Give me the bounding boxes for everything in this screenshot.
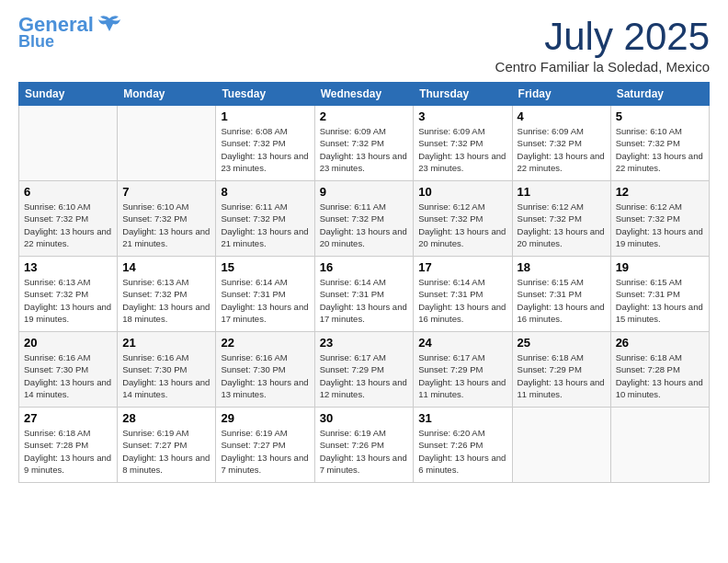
day-detail: Sunrise: 6:18 AM Sunset: 7:29 PM Dayligh… <box>518 351 606 400</box>
page-header: General Blue July 2025 Centro Familiar l… <box>18 15 710 75</box>
calendar-cell: 17Sunrise: 6:14 AM Sunset: 7:31 PM Dayli… <box>414 257 512 332</box>
day-detail: Sunrise: 6:16 AM Sunset: 7:30 PM Dayligh… <box>221 351 309 400</box>
day-number: 18 <box>518 260 606 274</box>
day-number: 10 <box>418 185 506 199</box>
day-detail: Sunrise: 6:14 AM Sunset: 7:31 PM Dayligh… <box>320 276 409 325</box>
day-detail: Sunrise: 6:11 AM Sunset: 7:32 PM Dayligh… <box>320 201 409 249</box>
calendar-cell: 9Sunrise: 6:11 AM Sunset: 7:32 PM Daylig… <box>314 181 414 257</box>
calendar-cell: 25Sunrise: 6:18 AM Sunset: 7:29 PM Dayli… <box>512 332 610 408</box>
day-number: 8 <box>221 185 309 199</box>
calendar-cell: 12Sunrise: 6:12 AM Sunset: 7:32 PM Dayli… <box>610 181 709 257</box>
calendar-cell: 2Sunrise: 6:09 AM Sunset: 7:32 PM Daylig… <box>314 106 414 181</box>
weekday-header-wednesday: Wednesday <box>314 83 414 106</box>
calendar-cell <box>512 408 610 483</box>
day-detail: Sunrise: 6:10 AM Sunset: 7:32 PM Dayligh… <box>122 201 210 249</box>
calendar-week-row: 1Sunrise: 6:08 AM Sunset: 7:32 PM Daylig… <box>19 106 710 181</box>
calendar-table: SundayMondayTuesdayWednesdayThursdayFrid… <box>18 82 710 483</box>
day-detail: Sunrise: 6:12 AM Sunset: 7:32 PM Dayligh… <box>418 201 506 249</box>
day-number: 22 <box>221 336 309 350</box>
calendar-cell: 7Sunrise: 6:10 AM Sunset: 7:32 PM Daylig… <box>118 181 216 257</box>
weekday-header-thursday: Thursday <box>414 83 512 106</box>
calendar-cell: 24Sunrise: 6:17 AM Sunset: 7:29 PM Dayli… <box>414 332 512 408</box>
calendar-cell: 30Sunrise: 6:19 AM Sunset: 7:26 PM Dayli… <box>314 408 414 483</box>
weekday-header-monday: Monday <box>118 83 216 106</box>
day-number: 2 <box>320 109 409 123</box>
calendar-week-row: 13Sunrise: 6:13 AM Sunset: 7:32 PM Dayli… <box>19 257 710 332</box>
calendar-cell: 8Sunrise: 6:11 AM Sunset: 7:32 PM Daylig… <box>216 181 314 257</box>
logo: General Blue <box>18 15 122 50</box>
day-detail: Sunrise: 6:13 AM Sunset: 7:32 PM Dayligh… <box>122 276 210 325</box>
calendar-cell: 6Sunrise: 6:10 AM Sunset: 7:32 PM Daylig… <box>19 181 118 257</box>
calendar-cell: 13Sunrise: 6:13 AM Sunset: 7:32 PM Dayli… <box>19 257 118 332</box>
day-detail: Sunrise: 6:14 AM Sunset: 7:31 PM Dayligh… <box>418 276 506 325</box>
day-number: 28 <box>122 411 210 425</box>
day-number: 15 <box>221 260 309 274</box>
day-detail: Sunrise: 6:19 AM Sunset: 7:27 PM Dayligh… <box>122 427 210 476</box>
calendar-cell: 16Sunrise: 6:14 AM Sunset: 7:31 PM Dayli… <box>314 257 414 332</box>
day-number: 1 <box>221 109 309 123</box>
day-number: 17 <box>418 260 506 274</box>
day-detail: Sunrise: 6:19 AM Sunset: 7:27 PM Dayligh… <box>221 427 309 476</box>
day-detail: Sunrise: 6:18 AM Sunset: 7:28 PM Dayligh… <box>616 351 704 400</box>
day-number: 3 <box>418 109 506 123</box>
day-detail: Sunrise: 6:20 AM Sunset: 7:26 PM Dayligh… <box>418 427 506 476</box>
calendar-cell: 27Sunrise: 6:18 AM Sunset: 7:28 PM Dayli… <box>19 408 118 483</box>
day-number: 25 <box>518 336 606 350</box>
day-detail: Sunrise: 6:17 AM Sunset: 7:29 PM Dayligh… <box>418 351 506 400</box>
day-detail: Sunrise: 6:15 AM Sunset: 7:31 PM Dayligh… <box>518 276 606 325</box>
calendar-cell: 1Sunrise: 6:08 AM Sunset: 7:32 PM Daylig… <box>216 106 314 181</box>
day-detail: Sunrise: 6:14 AM Sunset: 7:31 PM Dayligh… <box>221 276 309 325</box>
day-detail: Sunrise: 6:08 AM Sunset: 7:32 PM Dayligh… <box>221 125 309 174</box>
weekday-header-friday: Friday <box>512 83 610 106</box>
day-number: 29 <box>221 411 309 425</box>
calendar-cell: 26Sunrise: 6:18 AM Sunset: 7:28 PM Dayli… <box>610 332 709 408</box>
day-number: 6 <box>24 185 112 199</box>
calendar-cell: 28Sunrise: 6:19 AM Sunset: 7:27 PM Dayli… <box>118 408 216 483</box>
day-number: 21 <box>122 336 210 350</box>
title-area: July 2025 Centro Familiar la Soledad, Me… <box>495 15 710 75</box>
day-number: 27 <box>24 411 112 425</box>
day-detail: Sunrise: 6:09 AM Sunset: 7:32 PM Dayligh… <box>518 125 606 174</box>
day-detail: Sunrise: 6:09 AM Sunset: 7:32 PM Dayligh… <box>418 125 506 174</box>
calendar-cell: 3Sunrise: 6:09 AM Sunset: 7:32 PM Daylig… <box>414 106 512 181</box>
calendar-cell: 21Sunrise: 6:16 AM Sunset: 7:30 PM Dayli… <box>118 332 216 408</box>
day-detail: Sunrise: 6:10 AM Sunset: 7:32 PM Dayligh… <box>616 125 704 174</box>
day-detail: Sunrise: 6:16 AM Sunset: 7:30 PM Dayligh… <box>24 351 112 400</box>
day-detail: Sunrise: 6:13 AM Sunset: 7:32 PM Dayligh… <box>24 276 112 325</box>
calendar-week-row: 20Sunrise: 6:16 AM Sunset: 7:30 PM Dayli… <box>19 332 710 408</box>
calendar-cell: 19Sunrise: 6:15 AM Sunset: 7:31 PM Dayli… <box>610 257 709 332</box>
day-number: 24 <box>418 336 506 350</box>
calendar-cell: 18Sunrise: 6:15 AM Sunset: 7:31 PM Dayli… <box>512 257 610 332</box>
day-number: 14 <box>122 260 210 274</box>
day-detail: Sunrise: 6:16 AM Sunset: 7:30 PM Dayligh… <box>122 351 210 400</box>
weekday-header-saturday: Saturday <box>610 83 709 106</box>
calendar-cell: 10Sunrise: 6:12 AM Sunset: 7:32 PM Dayli… <box>414 181 512 257</box>
day-detail: Sunrise: 6:09 AM Sunset: 7:32 PM Dayligh… <box>320 125 409 174</box>
weekday-header-sunday: Sunday <box>19 83 118 106</box>
day-number: 23 <box>320 336 409 350</box>
day-detail: Sunrise: 6:15 AM Sunset: 7:31 PM Dayligh… <box>616 276 704 325</box>
weekday-header-tuesday: Tuesday <box>216 83 314 106</box>
calendar-cell: 22Sunrise: 6:16 AM Sunset: 7:30 PM Dayli… <box>216 332 314 408</box>
month-title: July 2025 <box>495 15 710 59</box>
day-number: 19 <box>616 260 704 274</box>
day-detail: Sunrise: 6:19 AM Sunset: 7:26 PM Dayligh… <box>320 427 409 476</box>
calendar-cell: 11Sunrise: 6:12 AM Sunset: 7:32 PM Dayli… <box>512 181 610 257</box>
calendar-cell: 15Sunrise: 6:14 AM Sunset: 7:31 PM Dayli… <box>216 257 314 332</box>
day-detail: Sunrise: 6:11 AM Sunset: 7:32 PM Dayligh… <box>221 201 309 249</box>
day-number: 7 <box>122 185 210 199</box>
day-number: 20 <box>24 336 112 350</box>
day-number: 13 <box>24 260 112 274</box>
day-number: 26 <box>616 336 704 350</box>
calendar-cell: 5Sunrise: 6:10 AM Sunset: 7:32 PM Daylig… <box>610 106 709 181</box>
day-number: 11 <box>518 185 606 199</box>
day-number: 9 <box>320 185 409 199</box>
calendar-cell: 23Sunrise: 6:17 AM Sunset: 7:29 PM Dayli… <box>314 332 414 408</box>
calendar-cell: 29Sunrise: 6:19 AM Sunset: 7:27 PM Dayli… <box>216 408 314 483</box>
day-number: 12 <box>616 185 704 199</box>
day-number: 5 <box>616 109 704 123</box>
calendar-cell: 20Sunrise: 6:16 AM Sunset: 7:30 PM Dayli… <box>19 332 118 408</box>
day-number: 16 <box>320 260 409 274</box>
calendar-cell: 31Sunrise: 6:20 AM Sunset: 7:26 PM Dayli… <box>414 408 512 483</box>
day-number: 4 <box>518 109 606 123</box>
